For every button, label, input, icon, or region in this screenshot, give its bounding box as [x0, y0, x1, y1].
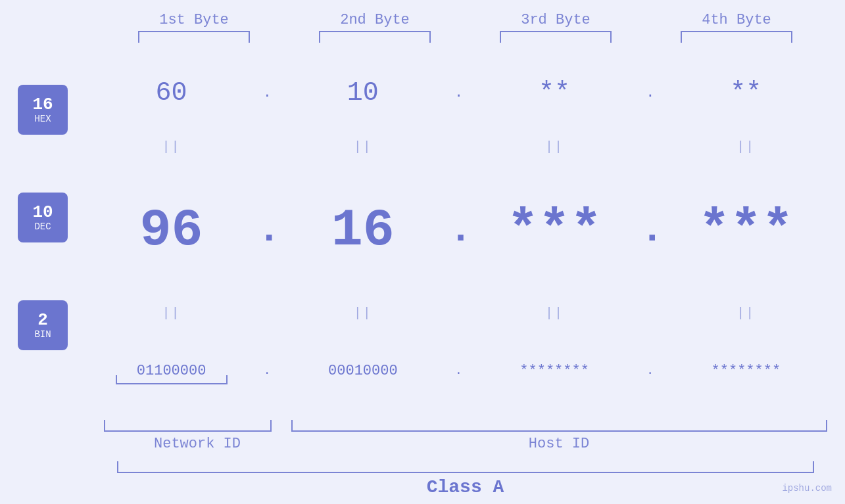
id-labels-row: Network ID Host ID	[104, 436, 827, 452]
hex-row: 60 . 10 . ** . **	[85, 49, 832, 137]
eq2-cell3: ||	[469, 306, 640, 321]
spacer1	[272, 420, 291, 432]
bracket-1	[138, 31, 250, 43]
top-brackets	[104, 31, 827, 43]
bin-row: 01100000 . 00010000 . ******** . *******…	[85, 323, 832, 419]
bin-cell-4: ********	[660, 363, 832, 379]
eq2-cell4: ||	[660, 306, 832, 321]
bracket-cell-3	[466, 31, 646, 43]
eq1-sign1: ||	[162, 139, 181, 154]
dec-value-2: 16	[331, 200, 395, 260]
dec-dot-3: .	[640, 208, 660, 252]
dec-value-3: ***	[507, 200, 602, 260]
hex-dot-1: .	[257, 85, 277, 101]
byte2-header: 2nd Byte	[285, 12, 466, 28]
bracket-cell-2	[285, 31, 466, 43]
bin-cell-2: 00010000	[277, 363, 448, 379]
eq2-cell2: ||	[277, 306, 448, 321]
byte1-header: 1st Byte	[104, 12, 285, 28]
dec-badge-num: 10	[32, 203, 53, 222]
bin-badge: 2 BIN	[18, 300, 68, 350]
bin-badge-label: BIN	[34, 329, 51, 340]
hex-badge-num: 16	[32, 95, 53, 114]
dec-value-4: ***	[698, 200, 793, 260]
byte4-header: 4th Byte	[646, 12, 827, 28]
eq1-sign2: ||	[354, 139, 372, 154]
dec-dot-1: .	[257, 208, 277, 252]
hex-value-2: 10	[347, 78, 379, 108]
content-area: 16 HEX 10 DEC 2 BIN 60 . 10	[0, 49, 845, 419]
dec-value-1: 96	[140, 200, 203, 260]
eq1-cell3: ||	[469, 139, 640, 154]
hex-badge: 16 HEX	[18, 85, 68, 135]
eq2-sign1: ||	[162, 306, 181, 321]
host-bracket	[291, 420, 827, 432]
hex-cell-4: **	[660, 78, 832, 108]
bin-value-3: ********	[519, 363, 589, 379]
class-label-container: Class A	[117, 477, 814, 497]
dec-badge-label: DEC	[34, 221, 51, 232]
dec-cell-2: 16	[277, 200, 448, 260]
bracket-3	[500, 31, 612, 43]
bin-value-4: ********	[712, 363, 781, 379]
equals-row-2: || || || ||	[85, 304, 832, 323]
dec-cell-3: ***	[469, 200, 640, 260]
hex-value-3: **	[539, 78, 570, 108]
bottom-section: Network ID Host ID Class A	[0, 419, 845, 497]
host-id-label: Host ID	[291, 436, 827, 452]
class-label: Class A	[427, 477, 504, 497]
hex-badge-label: HEX	[34, 114, 51, 124]
badges-column: 16 HEX 10 DEC 2 BIN	[0, 49, 85, 419]
dec-cell-4: ***	[660, 200, 832, 260]
bin-dot-1: .	[257, 364, 277, 377]
dec-badge: 10 DEC	[18, 193, 68, 242]
bracket-cell-4	[646, 31, 827, 43]
bin-bracket-1	[116, 375, 228, 384]
bin-value-2: 00010000	[328, 363, 398, 379]
bracket-cell-1	[104, 31, 285, 43]
eq2-sign2: ||	[354, 306, 372, 321]
hex-cell-3: **	[469, 78, 640, 108]
dec-cell-1: 96	[85, 200, 257, 260]
eq2-sign3: ||	[545, 306, 564, 321]
eq2-sign4: ||	[736, 306, 755, 321]
bin-badge-num: 2	[37, 311, 48, 330]
class-bracket	[117, 461, 814, 473]
byte3-header: 3rd Byte	[466, 12, 646, 28]
bottom-bracket-row	[104, 420, 827, 432]
network-id-label: Network ID	[104, 436, 291, 452]
eq1-cell2: ||	[277, 139, 448, 154]
eq1-cell4: ||	[660, 139, 832, 154]
eq2-cell1: ||	[85, 306, 257, 321]
bin-dot-2: .	[449, 364, 469, 377]
hex-value-1: 60	[156, 78, 187, 108]
dec-row: 96 . 16 . *** . ***	[85, 157, 832, 304]
byte-headers: 1st Byte 2nd Byte 3rd Byte 4th Byte	[104, 12, 827, 28]
bin-cell-3: ********	[469, 363, 640, 379]
data-grid: 60 . 10 . ** . ** ||	[85, 49, 845, 419]
bracket-2	[319, 31, 431, 43]
eq1-sign4: ||	[736, 139, 755, 154]
bin-cell-1: 01100000	[85, 363, 257, 379]
bin-dot-3: .	[640, 364, 660, 377]
hex-dot-3: .	[640, 85, 660, 101]
dec-dot-2: .	[449, 208, 469, 252]
bracket-4	[681, 31, 792, 43]
eq1-sign3: ||	[545, 139, 564, 154]
watermark: ipshu.com	[782, 483, 832, 493]
hex-cell-1: 60	[85, 78, 257, 108]
hex-dot-2: .	[449, 85, 469, 101]
eq1-cell1: ||	[85, 139, 257, 154]
main-container: 1st Byte 2nd Byte 3rd Byte 4th Byte 16 H…	[0, 0, 845, 504]
equals-row-1: || || || ||	[85, 137, 832, 157]
hex-cell-2: 10	[277, 78, 448, 108]
hex-value-4: **	[730, 78, 761, 108]
network-bracket	[104, 420, 272, 432]
